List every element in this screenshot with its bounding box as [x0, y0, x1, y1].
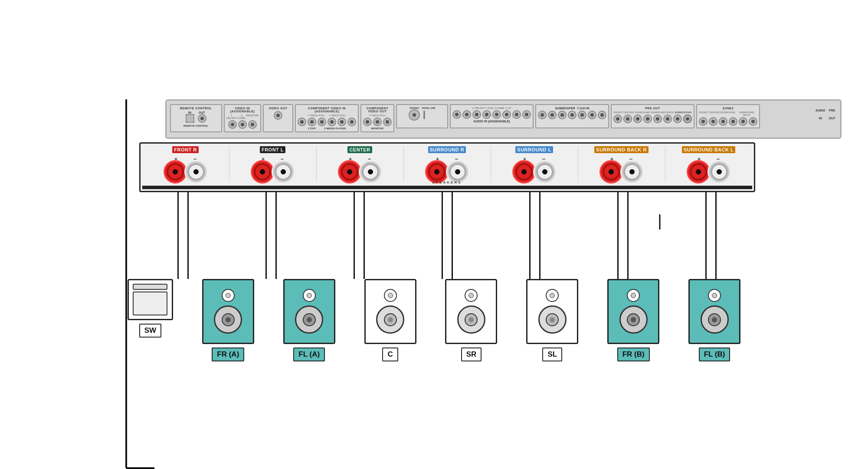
zone2-label: ZONE2 [699, 107, 757, 110]
sb-r-positive[interactable] [603, 163, 620, 180]
z2-p3[interactable] [719, 117, 727, 126]
fla-woofer [295, 305, 323, 334]
audio-in-p1[interactable] [452, 110, 461, 119]
pre-out-p4[interactable] [643, 115, 652, 123]
receiver-row2: PHONO SIGNAL GND 1 CBL/ [396, 104, 760, 128]
gnd-post[interactable] [422, 109, 427, 121]
surr-r-positive[interactable] [428, 163, 445, 180]
video-sub1: 1 CBL/SAT [226, 114, 237, 119]
wire-c-neg [364, 192, 365, 279]
video-in-port-3[interactable] [248, 120, 257, 129]
surround-r-label: SURROUND R [428, 146, 466, 153]
fra-woofer-center [226, 317, 231, 322]
front-r-positive[interactable] [167, 163, 184, 180]
wire-col-sbl [667, 192, 755, 279]
comp-in-p6[interactable] [347, 118, 356, 126]
sb-l-positive[interactable] [690, 163, 707, 180]
comp-in-p2[interactable] [308, 118, 316, 126]
pre-out-p6[interactable] [663, 115, 672, 123]
front-l-negative[interactable] [275, 163, 292, 180]
wire-sl-pos [529, 192, 531, 279]
pre-subwoofer-label: SUBWOOFER [675, 111, 692, 114]
pre-out-p7[interactable] [673, 115, 682, 123]
wire-pair-sr [442, 192, 453, 279]
sub-port[interactable] [538, 111, 547, 119]
pre-out-p2[interactable] [623, 115, 632, 123]
pre-out-sublabels: FRONT CENTER SURROUND SURROUND BACK SUBW… [613, 111, 692, 114]
audio-in-p8[interactable] [522, 110, 531, 119]
z2-p1[interactable] [699, 117, 708, 126]
z2-p5[interactable] [739, 117, 747, 126]
pre-out-p5[interactable] [653, 115, 662, 123]
sb-r-negative[interactable] [623, 163, 641, 180]
sb-l-negative[interactable] [711, 163, 728, 180]
z2-p2[interactable] [709, 117, 717, 126]
surr-l-neg-hole [542, 169, 547, 174]
comp-out-p2[interactable] [373, 118, 382, 126]
ch71-p6[interactable] [598, 111, 606, 119]
front-l-positive[interactable] [254, 163, 271, 180]
z2-p4[interactable] [729, 117, 737, 126]
comp-in-ports [298, 118, 356, 126]
wire-pair-sbr [617, 192, 629, 279]
sl-id-box: SL [542, 348, 562, 361]
comp-out-p1[interactable] [363, 118, 372, 126]
remote-out-connector[interactable] [198, 114, 206, 123]
sub-label: SUBWOOFER [555, 107, 575, 110]
receiver-area: REMOTE CONTROL IN OUT REMO [113, 99, 755, 139]
speaker-sl: SL [526, 279, 578, 361]
audio-cd: 4 CD [505, 107, 511, 109]
center-positive[interactable] [341, 163, 358, 180]
audio-in-p2[interactable] [462, 110, 471, 119]
sl-woofer [538, 305, 567, 334]
ch71-p5[interactable] [588, 111, 596, 119]
comp-out-label: COMPONENT VIDEO OUT [363, 107, 392, 113]
z2-front: FRONT [699, 111, 708, 116]
comp-out-y: Y [369, 114, 371, 117]
phono-port[interactable] [409, 109, 420, 121]
ch71-p4[interactable] [578, 111, 586, 119]
comp-out-p3[interactable] [383, 118, 392, 126]
wire-col-fr [139, 192, 227, 279]
video-in-port-1[interactable] [228, 120, 237, 129]
center-terminals [341, 163, 379, 180]
front-r-negative[interactable] [187, 163, 205, 180]
ch71-p2[interactable] [558, 111, 567, 119]
surr-r-negative[interactable] [449, 163, 466, 180]
sb-r-pol-labels: + − [603, 156, 640, 162]
audio-in-p3[interactable] [472, 110, 481, 119]
speaker-fra: FR (A) [202, 279, 254, 361]
pre-out-p3[interactable] [633, 115, 642, 123]
audio-in-p4[interactable] [482, 110, 491, 119]
remote-in-port: IN [186, 111, 194, 123]
audio-in-p5[interactable] [492, 110, 501, 119]
audio-in-p7[interactable] [512, 110, 521, 119]
sb-l-pol-labels: + − [690, 156, 727, 162]
channel-surround-r: SURROUND R + − [404, 146, 491, 182]
video-in-port-2[interactable] [238, 120, 247, 129]
comp-in-p4[interactable] [328, 118, 336, 126]
pre-out-p1[interactable] [613, 115, 622, 123]
remote-in-label: IN [188, 111, 191, 114]
video-out-label: VIDEO OUT [265, 107, 291, 110]
video-out-port[interactable] [274, 111, 282, 120]
remote-section-label: REMOTE CONTROL [173, 107, 219, 110]
video-in-section: VIDEO IN (ASSIGNABLE) 1 CBL/SAT 2 GAME M… [224, 104, 261, 132]
comp-in-p5[interactable] [337, 118, 346, 126]
frb-woofer-inner [627, 313, 640, 326]
comp-in-p1[interactable] [298, 118, 306, 126]
surr-l-positive[interactable] [515, 163, 533, 180]
ch71-p1[interactable] [548, 111, 557, 119]
surr-l-negative[interactable] [536, 163, 554, 180]
center-negative[interactable] [362, 163, 379, 180]
z2-p6[interactable] [749, 117, 757, 126]
ch71-p3[interactable] [568, 111, 576, 119]
pre-out-sub[interactable] [683, 115, 692, 123]
surround-r-pol-labels: + − [429, 156, 466, 162]
surr-r-neg-hole [455, 169, 460, 174]
audio-cbl: 1 CBL/SAT [472, 107, 485, 109]
center-pol-labels: + − [341, 156, 379, 162]
audio-in-p6[interactable] [502, 110, 511, 119]
comp-in-p3[interactable] [318, 118, 326, 126]
sl-woofer-center [550, 317, 555, 322]
